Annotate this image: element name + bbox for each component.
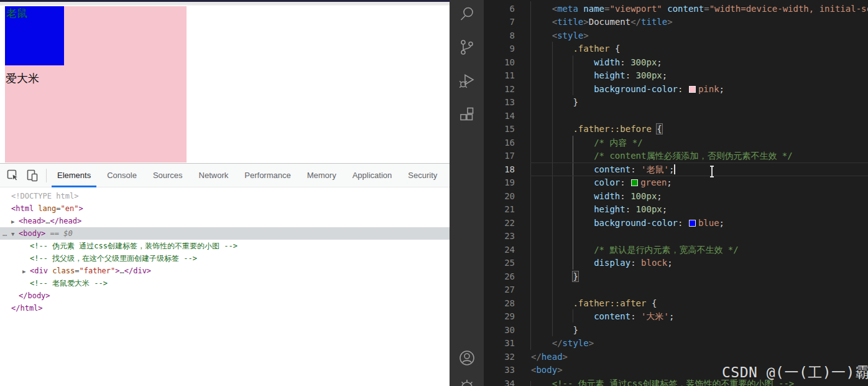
settings-gear-icon[interactable] xyxy=(458,379,476,386)
tab-application[interactable]: Application xyxy=(344,164,400,187)
collapse-arrow-icon[interactable]: ▶ xyxy=(22,265,30,278)
line-number: 12 xyxy=(484,82,515,96)
tree-token: … xyxy=(120,266,124,275)
elements-tree-row[interactable]: <!-- 老鼠爱大米 --> xyxy=(0,277,450,290)
line-code: /* content属性必须添加，否则伪元素不生效 */ xyxy=(531,149,793,162)
code-line-17[interactable]: 17 /* content属性必须添加，否则伪元素不生效 */ xyxy=(484,149,868,162)
code-line-25[interactable]: 25 display: block; xyxy=(484,256,868,270)
line-number: 30 xyxy=(484,323,515,337)
code-token: : xyxy=(626,70,630,80)
code-token: > xyxy=(583,31,588,40)
tab-memory[interactable]: Memory xyxy=(299,164,344,187)
code-token: style xyxy=(557,31,583,40)
elements-tree-row[interactable]: </html> xyxy=(0,302,450,314)
tree-token: "en" xyxy=(61,204,79,213)
code-line-20[interactable]: 20 width: 100px; xyxy=(484,189,868,203)
code-line-12[interactable]: 12 background-color: pink; xyxy=(484,82,868,96)
code-line-32[interactable]: 32</head> xyxy=(484,350,868,364)
tree-token: </head> xyxy=(50,217,82,225)
color-swatch xyxy=(631,179,638,186)
tree-token: <body> xyxy=(19,229,45,238)
code-token: </ xyxy=(531,352,542,362)
line-code: color: green; xyxy=(531,176,672,189)
tree-token: lang xyxy=(38,204,56,213)
tree-token: <head> xyxy=(19,217,45,225)
tab-elements[interactable]: Elements xyxy=(49,164,99,187)
row-menu-dots[interactable]: … xyxy=(2,227,7,240)
code-token: > xyxy=(557,365,562,375)
tab-network[interactable]: Network xyxy=(191,164,237,187)
code-line-9[interactable]: 9 .father { xyxy=(484,42,868,55)
line-code: background-color: pink; xyxy=(531,82,724,96)
code-line-24[interactable]: 24 /* 默认是行内元素，宽高不生效 */ xyxy=(484,243,868,257)
code-editor[interactable]: 5 <meta http-equiv="X-UA-Compatible" con… xyxy=(484,0,868,386)
tab-performance[interactable]: Performance xyxy=(236,164,298,187)
tab-sources[interactable]: Sources xyxy=(145,164,191,187)
father-div: 老鼠 爱大米 xyxy=(5,6,187,162)
elements-tree-row[interactable]: ▶<head>…</head> xyxy=(0,215,450,227)
code-line-15[interactable]: 15 .father::before { xyxy=(484,122,868,136)
code-line-16[interactable]: 16 /* 内容 */ xyxy=(484,136,868,149)
elements-tree-row[interactable]: …▼<body> == $0 xyxy=(0,227,450,240)
line-number: 16 xyxy=(484,136,515,149)
run-debug-icon[interactable] xyxy=(458,72,476,90)
code-line-29[interactable]: 29 content: '大米'; xyxy=(484,309,868,323)
code-token xyxy=(531,258,594,268)
extensions-icon[interactable] xyxy=(458,106,476,123)
code-token: } xyxy=(573,271,578,281)
code-token: height xyxy=(594,70,626,80)
code-line-27[interactable]: 27 xyxy=(484,283,868,296)
code-token: color xyxy=(594,177,620,187)
elements-tree-row[interactable]: <!-- 伪元素 通过css创建标签，装饰性的不重要的小图 --> xyxy=(0,240,450,252)
elements-tree-row[interactable]: </body> xyxy=(0,290,450,302)
code-token xyxy=(531,17,552,27)
code-token: : xyxy=(620,191,625,201)
code-line-23[interactable]: 23 xyxy=(484,229,868,243)
code-line-21[interactable]: 21 height: 100px; xyxy=(484,202,868,216)
line-number: 17 xyxy=(484,149,515,162)
code-line-30[interactable]: 30 } xyxy=(484,323,868,337)
code-line-26[interactable]: 26 } xyxy=(484,270,868,283)
line-number: 25 xyxy=(484,256,515,270)
code-line-22[interactable]: 22 background-color: blue; xyxy=(484,216,868,230)
code-token: body xyxy=(536,365,557,375)
account-icon[interactable] xyxy=(458,349,476,367)
line-number: 31 xyxy=(484,336,515,350)
collapse-arrow-icon[interactable]: ▶ xyxy=(11,215,19,228)
tree-token: > xyxy=(115,266,119,275)
code-line-31[interactable]: 31 </style> xyxy=(484,336,868,350)
color-swatch xyxy=(689,86,696,93)
line-code: .father { xyxy=(531,42,620,55)
tab-console[interactable]: Console xyxy=(99,164,145,187)
code-line-10[interactable]: 10 width: 300px; xyxy=(484,55,868,69)
code-line-18[interactable]: 18 content: '老鼠'; xyxy=(484,162,868,176)
line-code: .father::after { xyxy=(531,296,657,310)
vscode-window: 5 <meta http-equiv="X-UA-Compatible" con… xyxy=(450,0,868,386)
line-code: <style> xyxy=(531,29,589,42)
code-token xyxy=(531,84,594,94)
code-token: < xyxy=(552,4,557,14)
code-line-11[interactable]: 11 height: 300px; xyxy=(484,68,868,82)
inspect-element-icon[interactable] xyxy=(7,169,19,182)
code-token: > xyxy=(583,17,588,27)
elements-tree-row[interactable]: <!-- 找父级，在这个父级里面创建子级标签 --> xyxy=(0,252,450,265)
elements-tree-row[interactable]: <html lang="en"> xyxy=(0,202,450,215)
elements-tree-row[interactable]: ▶<div class="father">…</div> xyxy=(0,265,450,277)
code-line-13[interactable]: 13 } xyxy=(484,95,868,109)
code-line-6[interactable]: 6 <meta name="viewport" content="width=d… xyxy=(484,2,868,16)
expand-arrow-icon[interactable]: ▼ xyxy=(11,228,19,240)
tab-security[interactable]: Security xyxy=(400,164,445,187)
search-icon[interactable] xyxy=(458,6,476,23)
code-token: "viewport" xyxy=(609,4,662,14)
devtools-tabs: ElementsConsoleSourcesNetworkPerformance… xyxy=(49,164,445,187)
color-swatch xyxy=(689,220,696,227)
code-line-14[interactable]: 14 xyxy=(484,109,868,123)
code-line-7[interactable]: 7 <title>Document</title> xyxy=(484,15,868,29)
code-line-8[interactable]: 8 <style> xyxy=(484,29,868,42)
code-line-19[interactable]: 19 color: green; xyxy=(484,176,868,189)
source-control-icon[interactable] xyxy=(458,39,476,56)
code-line-28[interactable]: 28 .father::after { xyxy=(484,296,868,310)
toolbar-separator xyxy=(46,169,47,182)
elements-tree-row[interactable]: <!DOCTYPE html> xyxy=(0,190,450,202)
device-toolbar-icon[interactable] xyxy=(26,169,39,182)
